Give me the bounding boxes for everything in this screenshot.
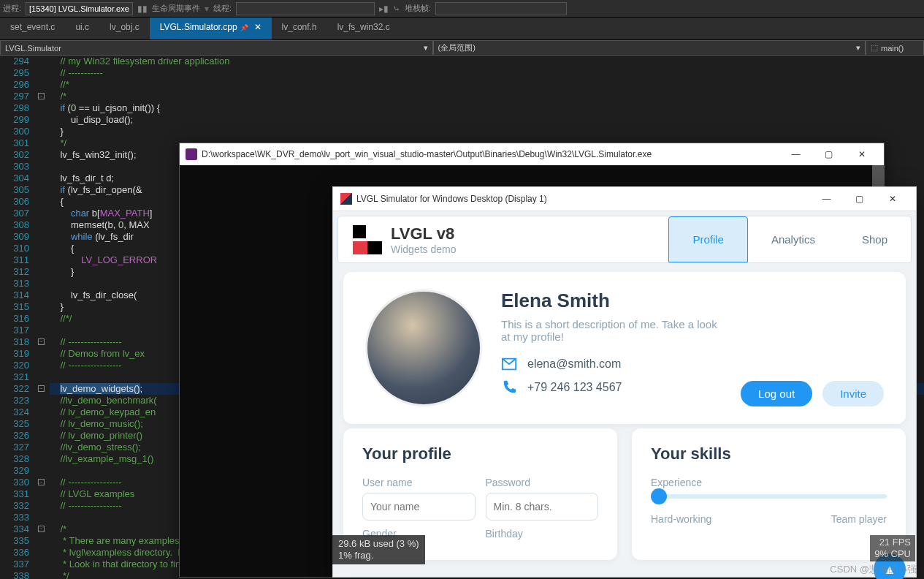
console-app-icon: [186, 148, 197, 160]
step-icon[interactable]: ⤷: [393, 4, 400, 14]
simulator-body: LVGL v8 Widgets demo Profile Analytics S…: [333, 211, 916, 577]
thread-dropdown[interactable]: [236, 2, 375, 15]
editor-nav-bar: LVGL.Simulator▾ (全局范围)▾ ⬚main(): [0, 39, 924, 56]
app-header: LVGL v8 Widgets demo Profile Analytics S…: [337, 216, 912, 263]
process-label: 进程:: [3, 3, 21, 14]
profile-description: This is a short description of me. Take …: [501, 318, 722, 343]
minimize-button[interactable]: —: [779, 144, 812, 164]
stackframe-label: 堆栈帧:: [405, 3, 431, 14]
pause-icon[interactable]: ▮▮: [137, 4, 148, 14]
fps-overlay: 21 FPS 9% CPU: [870, 535, 915, 561]
lifecycle-dropdown[interactable]: ▾: [205, 4, 209, 14]
phone-icon: [501, 379, 517, 396]
flag-icon[interactable]: ▸▮: [379, 4, 389, 14]
avatar: [365, 290, 482, 406]
profile-name: Elena Smith: [501, 290, 722, 312]
function-dropdown[interactable]: ⬚main(): [866, 40, 924, 56]
file-tab[interactable]: lv_fs_win32.c: [327, 18, 400, 39]
watermark: CSDN @悲伤的小强: [830, 563, 917, 576]
logout-button[interactable]: Log out: [741, 381, 812, 406]
birthday-label: Birthday: [486, 528, 599, 540]
password-label: Password: [486, 477, 599, 488]
scope-dropdown-left[interactable]: LVGL.Simulator▾: [0, 40, 433, 56]
thread-label: 线程:: [213, 3, 232, 14]
your-profile-title: Your profile: [362, 444, 598, 463]
brand-subtitle: Widgets demo: [391, 243, 456, 255]
memory-overlay: 29.6 kB used (3 %) 1% frag.: [332, 535, 425, 564]
brand-title: LVGL v8: [391, 224, 456, 243]
brand: LVGL v8 Widgets demo: [338, 224, 470, 255]
fold-column: -----: [35, 56, 50, 579]
nav-tabs: Profile Analytics Shop: [668, 216, 911, 262]
password-input[interactable]: [486, 493, 599, 521]
cube-icon: ⬚: [871, 43, 878, 53]
close-tab-icon[interactable]: ✕: [254, 22, 261, 32]
console-title-text: D:\workspace\WK_DVR_demo\lv_port_win_vis…: [202, 149, 652, 159]
debug-toolbar: 进程: [15340] LVGL.Simulator.exe ▮▮ 生命周期事件…: [0, 0, 924, 18]
hardworking-label: Hard-working: [651, 513, 711, 525]
tab-shop[interactable]: Shop: [839, 216, 911, 262]
scope-dropdown-mid[interactable]: (全局范围)▾: [433, 40, 866, 56]
teamplayer-label: Team player: [831, 513, 887, 525]
profile-phone: +79 246 123 4567: [527, 381, 622, 394]
sim-close-button[interactable]: ✕: [876, 189, 909, 209]
stackframe-dropdown[interactable]: [435, 2, 567, 15]
email-icon: [501, 356, 517, 372]
line-gutter: 294 295 296 297 298 299 300 301 302 303 …: [0, 56, 35, 579]
sim-maximize-button[interactable]: ▢: [843, 189, 876, 209]
username-label: User name: [362, 477, 476, 488]
file-tab-strip: set_event.cui.clv_obj.cLVGL.Simulator.cp…: [0, 18, 924, 39]
lvgl-logo-icon: [353, 225, 382, 254]
close-button[interactable]: ✕: [845, 144, 878, 164]
profile-email: elena@smith.com: [527, 357, 621, 371]
invite-button[interactable]: Invite: [822, 381, 884, 406]
file-tab[interactable]: lv_obj.c: [99, 18, 150, 39]
simulator-logo-icon: [340, 193, 352, 205]
simulator-window: LVGL Simulator for Windows Desktop (Disp…: [332, 186, 917, 578]
tab-profile[interactable]: Profile: [668, 216, 748, 262]
console-titlebar[interactable]: D:\workspace\WK_DVR_demo\lv_port_win_vis…: [180, 143, 884, 165]
simulator-titlebar[interactable]: LVGL Simulator for Windows Desktop (Disp…: [333, 187, 916, 211]
sim-minimize-button[interactable]: —: [810, 189, 843, 209]
tab-analytics[interactable]: Analytics: [748, 216, 839, 262]
maximize-button[interactable]: ▢: [812, 144, 845, 164]
file-tab[interactable]: LVGL.Simulator.cpp📌✕: [150, 18, 272, 39]
username-input[interactable]: [362, 493, 476, 521]
experience-label: Experience: [651, 477, 887, 488]
file-tab[interactable]: lv_conf.h: [272, 18, 327, 39]
process-dropdown[interactable]: [15340] LVGL.Simulator.exe: [26, 2, 133, 15]
experience-slider[interactable]: [651, 494, 887, 499]
profile-card: Elena Smith This is a short description …: [343, 272, 906, 424]
simulator-title-text: LVGL Simulator for Windows Desktop (Disp…: [356, 194, 547, 204]
your-skills-card: Your skills Experience Hard-working Team…: [632, 428, 906, 560]
lifecycle-label: 生命周期事件: [152, 3, 200, 14]
your-skills-title: Your skills: [651, 444, 887, 463]
file-tab[interactable]: set_event.c: [0, 18, 65, 39]
file-tab[interactable]: ui.c: [65, 18, 99, 39]
